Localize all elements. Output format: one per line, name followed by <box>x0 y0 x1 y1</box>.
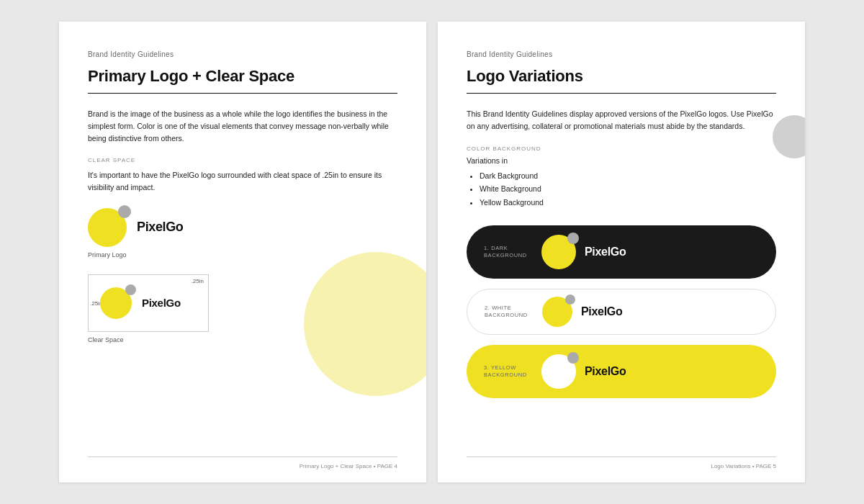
clear-space-demo-label: Clear Space <box>88 336 397 343</box>
white-card-logo-area: PixelGo <box>528 297 758 327</box>
dark-card-circle-gray <box>567 233 579 244</box>
variations-intro-text: Variations in <box>467 156 776 165</box>
color-background-label: COLOR BACKGROUND <box>467 145 776 152</box>
bg-decoration-circle-gray <box>773 115 805 158</box>
variation-list-item-yellow: Yellow Background <box>480 196 776 210</box>
clear-space-text: It's important to have the PixelGo logo … <box>88 169 397 194</box>
logo-circle-gray <box>118 205 131 218</box>
dark-card-label: 1. DARK BACKGROUND <box>484 245 527 260</box>
right-page: Brand Identity Guidelines Logo Variation… <box>438 22 805 482</box>
variation-list-item-white: White Background <box>480 182 776 196</box>
right-body-text: This Brand Identity Guidelines display a… <box>467 108 776 132</box>
primary-logo-wordmark: PixelGo <box>137 220 184 235</box>
dark-card-logo-area: PixelGo <box>527 235 759 269</box>
clear-space-section-label: CLEAR SPACE <box>88 157 397 163</box>
white-card-wordmark: PixelGo <box>581 305 622 318</box>
primary-logo-display: PixelGo <box>88 208 397 247</box>
left-footer-text: Primary Logo + Clear Space • PAGE 4 <box>300 463 397 469</box>
yellow-card-circle-white <box>541 354 576 389</box>
variation-list-item-dark: Dark Background <box>480 169 776 183</box>
clear-space-box: .25in .25in PixelGo <box>88 274 209 332</box>
variation-card-yellow: 3. YELLOW BACKGROUND PixelGo <box>467 345 776 398</box>
yellow-card-label: 3. YELLOW BACKGROUND <box>484 364 527 379</box>
clear-space-top-measure: .25in <box>192 278 204 284</box>
logo-circle-yellow <box>88 208 127 247</box>
white-card-label: 2. WHITE BACKGROUND <box>485 305 528 320</box>
left-brand-label: Brand Identity Guidelines <box>88 50 397 58</box>
primary-logo-label: Primary Logo <box>88 251 397 258</box>
variation-card-white: 2. WHITE BACKGROUND PixelGo <box>467 289 776 335</box>
left-page-footer: Primary Logo + Clear Space • PAGE 4 <box>88 456 397 469</box>
left-body-text: Brand is the image of the business as a … <box>88 108 397 144</box>
cs-logo-circle-yellow <box>100 287 132 319</box>
cs-logo-wordmark: PixelGo <box>142 297 181 309</box>
yellow-card-logo-area: PixelGo <box>527 354 759 389</box>
pages-container: Brand Identity Guidelines Primary Logo +… <box>0 0 864 504</box>
white-card-circle-gray <box>565 294 575 305</box>
variation-card-dark: 1. DARK BACKGROUND PixelGo <box>467 225 776 279</box>
right-page-title: Logo Variations <box>467 67 776 86</box>
right-brand-label: Brand Identity Guidelines <box>467 50 776 58</box>
variations-list: Dark Background White Background Yellow … <box>467 169 776 210</box>
right-title-divider <box>467 93 776 94</box>
left-page-title: Primary Logo + Clear Space <box>88 67 397 86</box>
clear-space-logo: PixelGo <box>100 287 181 319</box>
left-title-divider <box>88 93 397 94</box>
right-footer-text: Logo Variations • PAGE 5 <box>711 463 776 469</box>
dark-card-circle-yellow <box>541 235 576 269</box>
dark-card-wordmark: PixelGo <box>585 246 626 258</box>
yellow-card-circle-gray <box>567 352 579 364</box>
yellow-card-wordmark: PixelGo <box>585 365 626 378</box>
left-page: Brand Identity Guidelines Primary Logo +… <box>59 22 426 482</box>
cs-logo-circle-gray <box>125 284 136 295</box>
right-page-footer: Logo Variations • PAGE 5 <box>467 456 776 469</box>
white-card-circle-yellow <box>542 297 572 327</box>
